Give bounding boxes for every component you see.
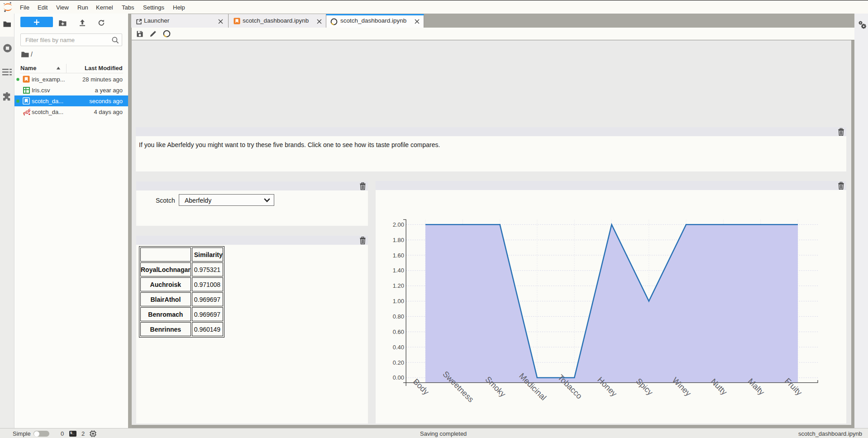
svg-text:PDF: PDF: [22, 108, 31, 117]
svg-text:0.60: 0.60: [393, 328, 404, 335]
svg-text:1.60: 1.60: [393, 252, 404, 259]
svg-text:2.00: 2.00: [393, 221, 404, 228]
svg-text:1.00: 1.00: [393, 298, 404, 305]
svg-text:0.80: 0.80: [393, 313, 404, 320]
svg-text:1.20: 1.20: [393, 282, 404, 289]
svg-text:0.00: 0.00: [393, 374, 404, 381]
svg-text:1.80: 1.80: [393, 237, 404, 243]
svg-text:1.40: 1.40: [393, 267, 404, 274]
svg-text:0.40: 0.40: [393, 344, 404, 351]
svg-text:0.20: 0.20: [393, 359, 404, 366]
